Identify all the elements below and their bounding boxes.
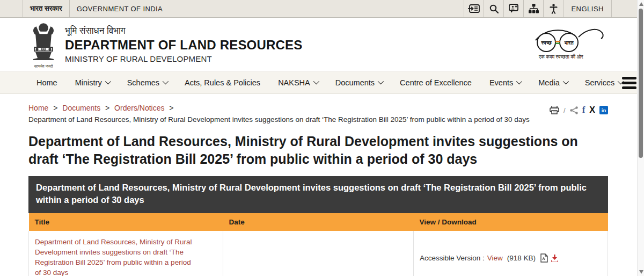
separator-slash: / [564, 106, 566, 114]
x-twitter-icon[interactable]: X [589, 105, 595, 115]
download-icon[interactable] [551, 254, 559, 262]
vertical-scrollbar[interactable] [637, 0, 644, 276]
nav-item-media[interactable]: Media [538, 78, 567, 87]
feedback-icon[interactable] [503, 0, 523, 17]
scrollbar-up-arrow[interactable] [639, 2, 643, 6]
breadcrumb-current-page: Department of Land Resources, Ministry o… [28, 115, 530, 124]
breadcrumb-home[interactable]: Home [28, 104, 48, 112]
chevron-down-icon [378, 78, 384, 84]
scrollbar-thumb[interactable] [639, 9, 643, 158]
skip-to-content-icon[interactable] [464, 0, 484, 17]
main-content: Home > Documents > Orders/Notices > Depa… [0, 94, 644, 276]
facebook-icon[interactable]: f [582, 105, 586, 115]
share-icon[interactable] [570, 106, 578, 114]
chevron-down-icon [563, 78, 569, 84]
linkedin-icon[interactable]: in [599, 106, 608, 114]
nav-item-home[interactable]: Home [36, 78, 57, 87]
documents-table: Title Date View / Download Department of… [28, 213, 608, 276]
department-name: DEPARTMENT OF LAND RESOURCES [65, 38, 303, 53]
main-navigation: Home Ministry Schemes Acts, Rules & Poli… [0, 71, 644, 94]
bharat-sarkar-label: भारत सरकार [23, 0, 70, 17]
breadcrumb: Home > Documents > Orders/Notices > [28, 104, 530, 113]
column-header-view-download: View / Download [414, 213, 608, 231]
swachh-text-right: भारत [564, 40, 574, 46]
scrollbar-down-arrow[interactable] [639, 270, 643, 274]
view-link[interactable]: View [487, 254, 503, 262]
government-topbar: भारत सरकार GOVERNMENT OF INDIA ENGLISH [0, 0, 644, 18]
nav-item-ministry[interactable]: Ministry [75, 78, 109, 87]
india-emblem-logo: सत्यमेव जयते [30, 21, 57, 69]
pdf-file-icon[interactable] [540, 253, 548, 263]
page-title: Department of Land Resources, Ministry o… [28, 133, 589, 168]
chevron-down-icon [313, 78, 319, 84]
document-date-cell [223, 231, 414, 276]
document-title-link[interactable]: Department of Land Resources, Ministry o… [35, 237, 193, 276]
nav-item-centre-of-excellence[interactable]: Centre of Excellence [400, 78, 472, 87]
search-icon[interactable] [484, 0, 503, 17]
sitemap-icon[interactable] [523, 0, 543, 17]
table-row: Department of Land Resources, Ministry o… [29, 231, 608, 276]
column-header-title: Title [29, 213, 223, 231]
ashoka-emblem-icon [31, 21, 56, 61]
nav-item-acts-rules-policies[interactable]: Acts, Rules & Policies [185, 78, 260, 87]
swachh-bharat-logo: स्वच्छ भारत एक कदम स्वच्छता की ओर [531, 24, 606, 65]
government-of-india-label: GOVERNMENT OF INDIA [70, 0, 170, 17]
nav-item-services[interactable]: Services [585, 78, 623, 87]
file-size: (918 KB) [507, 254, 536, 262]
column-header-date: Date [223, 213, 414, 231]
chevron-down-icon [516, 78, 522, 84]
nav-item-naksha[interactable]: NAKSHA [278, 78, 318, 87]
site-header: सत्यमेव जयते भूमि संसाधन विभाग DEPARTMEN… [0, 18, 644, 71]
nav-item-documents[interactable]: Documents [335, 78, 382, 87]
swachh-tagline: एक कदम स्वच्छता की ओर [538, 54, 583, 60]
chevron-down-icon [105, 78, 111, 84]
swachh-text-left: स्वच्छ [540, 40, 552, 46]
language-selector[interactable]: ENGLISH [563, 0, 612, 17]
notice-banner: Department of Land Resources, Ministry o… [28, 176, 608, 214]
ministry-name: MINISTRY OF RURAL DEVELOPMENT [65, 54, 303, 63]
breadcrumb-documents[interactable]: Documents [62, 104, 100, 112]
department-name-hindi: भूमि संसाधन विभाग [65, 26, 303, 37]
hamburger-menu-icon[interactable] [622, 77, 636, 89]
print-icon[interactable] [550, 106, 559, 114]
breadcrumb-orders-notices[interactable]: Orders/Notices [114, 104, 164, 112]
emblem-motto: सत्यमेव जयते [30, 64, 57, 69]
nav-item-events[interactable]: Events [489, 78, 521, 87]
accessibility-icon[interactable] [543, 0, 563, 17]
chevron-down-icon [163, 78, 169, 84]
accessible-version-label: Accessible Version : [420, 254, 485, 262]
nav-item-schemes[interactable]: Schemes [127, 78, 167, 87]
